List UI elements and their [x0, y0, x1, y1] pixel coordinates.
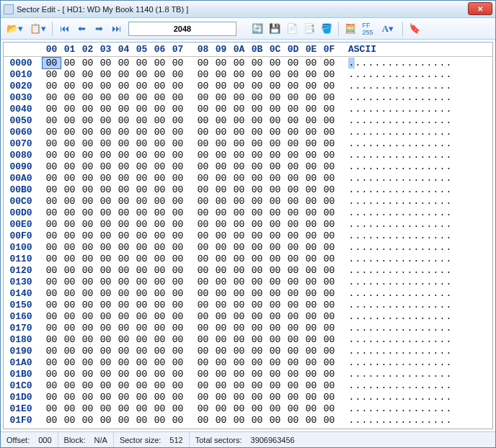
hex-byte[interactable]: 00 [248, 380, 266, 391]
hex-byte[interactable]: 00 [230, 254, 248, 264]
hex-byte[interactable]: 00 [79, 288, 97, 299]
hex-byte[interactable]: 00 [169, 300, 187, 310]
hex-byte[interactable]: 00 [115, 254, 133, 264]
hex-byte[interactable]: 00 [151, 265, 169, 276]
hex-byte[interactable]: 00 [194, 288, 212, 299]
hex-byte[interactable]: 00 [79, 380, 97, 391]
hex-byte[interactable]: 00 [61, 161, 79, 172]
hex-byte[interactable]: 00 [61, 323, 79, 333]
hex-byte[interactable]: 00 [248, 369, 266, 380]
hex-byte[interactable]: 00 [43, 196, 61, 207]
ascii-cell[interactable]: ................ [338, 265, 452, 276]
hex-byte[interactable]: 00 [302, 184, 320, 195]
hex-byte[interactable]: 00 [266, 277, 284, 287]
hex-byte[interactable]: 00 [248, 254, 266, 264]
hex-byte[interactable]: 00 [133, 115, 151, 126]
hex-byte[interactable]: 00 [320, 58, 338, 68]
ascii-cell[interactable]: ................ [338, 173, 452, 184]
hex-byte[interactable]: 00 [133, 58, 151, 68]
hex-byte[interactable]: 00 [266, 104, 284, 115]
hex-byte[interactable]: 00 [248, 357, 266, 368]
hex-byte[interactable]: 00 [230, 242, 248, 253]
hex-byte[interactable]: 00 [169, 150, 187, 161]
hex-byte[interactable]: 00 [212, 115, 230, 126]
hex-byte[interactable]: 00 [133, 300, 151, 310]
ascii-cell[interactable]: ................ [338, 161, 452, 172]
hex-byte[interactable]: 00 [133, 265, 151, 276]
hex-row[interactable]: 00D000000000000000000000000000000000....… [4, 207, 492, 218]
hex-byte[interactable]: 00 [284, 346, 302, 357]
hex-byte[interactable]: 00 [320, 346, 338, 357]
hex-byte[interactable]: 00 [302, 357, 320, 368]
hex-byte[interactable]: 00 [320, 184, 338, 195]
hex-byte[interactable]: 00 [212, 138, 230, 149]
hex-byte[interactable]: 00 [169, 58, 187, 68]
hex-byte[interactable]: 00 [115, 288, 133, 299]
hex-byte[interactable]: 00 [194, 161, 212, 172]
hex-byte[interactable]: 00 [169, 173, 187, 184]
hex-byte[interactable]: 00 [302, 392, 320, 403]
hex-byte[interactable]: 00 [133, 288, 151, 299]
ascii-cell[interactable]: ................ [338, 346, 452, 357]
hex-row[interactable]: 01C000000000000000000000000000000000....… [4, 380, 492, 391]
hex-byte[interactable]: 00 [97, 219, 115, 230]
hex-byte[interactable]: 00 [266, 173, 284, 184]
next-sector-button[interactable]: ➡ [91, 21, 107, 37]
hex-byte[interactable]: 00 [212, 265, 230, 276]
hex-byte[interactable]: 00 [151, 357, 169, 368]
paste-button[interactable]: 📑 [301, 21, 317, 37]
hex-byte[interactable]: 00 [169, 92, 187, 103]
hex-byte[interactable]: 00 [61, 265, 79, 276]
hex-byte[interactable]: 00 [151, 92, 169, 103]
hex-byte[interactable]: 00 [115, 403, 133, 414]
hex-byte[interactable]: 00 [79, 403, 97, 414]
hex-byte[interactable]: 00 [248, 115, 266, 126]
hex-byte[interactable]: 00 [212, 92, 230, 103]
hex-byte[interactable]: 00 [169, 311, 187, 322]
hex-byte[interactable]: 00 [212, 58, 230, 68]
hex-byte[interactable]: 00 [248, 300, 266, 310]
hex-byte[interactable]: 00 [97, 288, 115, 299]
hex-byte[interactable]: 00 [151, 138, 169, 149]
hex-byte[interactable]: 00 [43, 207, 61, 218]
hex-byte[interactable]: 00 [79, 334, 97, 345]
hex-byte[interactable]: 00 [194, 392, 212, 403]
hex-byte[interactable]: 00 [266, 380, 284, 391]
hex-row[interactable]: 016000000000000000000000000000000000....… [4, 310, 492, 322]
hex-byte[interactable]: 00 [248, 403, 266, 414]
hex-byte[interactable]: 00 [43, 334, 61, 345]
hex-byte[interactable]: 00 [266, 58, 284, 68]
hex-byte[interactable]: 00 [284, 104, 302, 115]
hex-byte[interactable]: 00 [133, 415, 151, 426]
hex-byte[interactable]: 00 [43, 81, 61, 91]
hex-byte[interactable]: 00 [248, 196, 266, 207]
hex-row[interactable]: 006000000000000000000000000000000000....… [4, 126, 492, 138]
hex-byte[interactable]: 00 [169, 230, 187, 241]
hex-byte[interactable]: 00 [320, 277, 338, 287]
hex-byte[interactable]: 00 [284, 254, 302, 264]
ascii-cell[interactable]: ................ [338, 127, 452, 138]
hex-byte[interactable]: 00 [169, 380, 187, 391]
hex-byte[interactable]: 00 [230, 219, 248, 230]
ascii-cell[interactable]: ................ [338, 254, 452, 264]
hex-byte[interactable]: 00 [115, 138, 133, 149]
hex-byte[interactable]: 00 [43, 300, 61, 310]
hex-byte[interactable]: 00 [43, 115, 61, 126]
hex-byte[interactable]: 00 [194, 173, 212, 184]
ascii-cell[interactable]: ................ [338, 380, 452, 391]
hex-byte[interactable]: 00 [151, 196, 169, 207]
hex-byte[interactable]: 00 [151, 69, 169, 80]
hex-byte[interactable]: 00 [115, 69, 133, 80]
hex-byte[interactable]: 00 [79, 357, 97, 368]
hex-byte[interactable]: 00 [230, 173, 248, 184]
hex-byte[interactable]: 00 [97, 138, 115, 149]
hex-byte[interactable]: 00 [212, 357, 230, 368]
hex-byte[interactable]: 00 [133, 311, 151, 322]
hex-byte[interactable]: 00 [194, 58, 212, 68]
ascii-cell[interactable]: ................ [338, 81, 452, 91]
hex-byte[interactable]: 00 [61, 207, 79, 218]
hex-byte[interactable]: 00 [169, 207, 187, 218]
hex-byte[interactable]: 00 [61, 403, 79, 414]
hex-byte[interactable]: 00 [212, 415, 230, 426]
hex-byte[interactable]: 00 [230, 81, 248, 91]
